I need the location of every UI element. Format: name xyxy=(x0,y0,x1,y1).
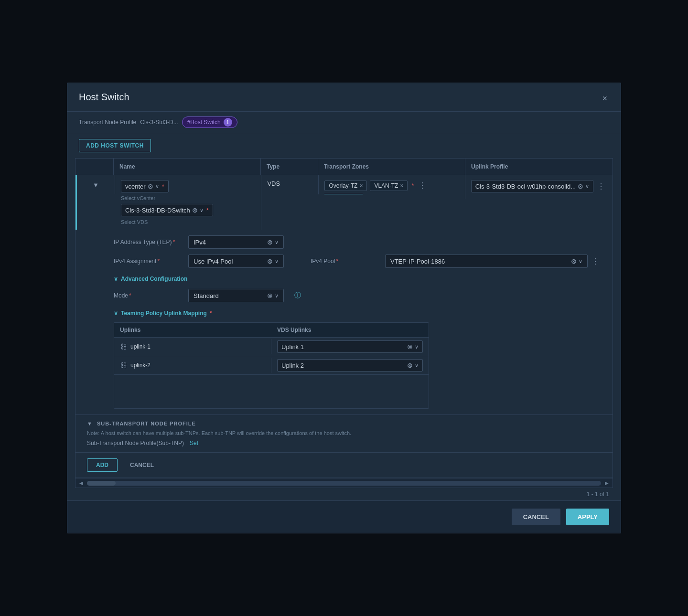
uplink-2-icon: ⛓ xyxy=(120,361,127,369)
uplink-1-clear-icon[interactable]: ⊗ xyxy=(407,343,413,350)
tz-more-icon[interactable]: ⋮ xyxy=(417,180,428,191)
horizontal-scrollbar[interactable] xyxy=(87,481,601,486)
scrollbar-thumb xyxy=(87,481,116,486)
breadcrumb: Transport Node Profile Cls-3-Std3-D... #… xyxy=(67,112,621,133)
toolbar-row: ADD HOST SWITCH xyxy=(67,133,621,158)
host-switch-modal: Host Switch × Transport Node Profile Cls… xyxy=(67,83,621,533)
cancel-button[interactable]: CANCEL xyxy=(123,459,161,471)
ipv4-row: IPv4 Assignment* Use IPv4 Pool ⊗ ∨ IPv4 … xyxy=(114,255,601,268)
uplink-2-vds-cell: Uplink 2 ⊗ ∨ xyxy=(271,356,429,374)
teaming-required: * xyxy=(210,310,212,317)
uplink-profile-field[interactable]: Cls-3-Std3-DB-oci-w01hp-consolid... ⊗ ∨ xyxy=(471,180,593,192)
table-row: ▼ vcenter ⊗ ∨ * xyxy=(75,175,613,478)
vds-required: * xyxy=(206,207,209,214)
uplink-2-vds-select[interactable]: Uplink 2 ⊗ ∨ xyxy=(277,359,423,372)
mode-label: Mode* xyxy=(114,292,181,299)
ip-type-value: IPv4 xyxy=(194,239,265,246)
mode-row: Mode* Standard ⊗ ∨ ⓘ xyxy=(114,289,601,302)
ipv4-pool-container: VTEP-IP-Pool-1886 ⊗ ∨ ⋮ xyxy=(385,255,601,268)
tz-overlay-remove[interactable]: × xyxy=(359,182,363,189)
ip-type-field[interactable]: IPv4 ⊗ ∨ xyxy=(188,235,284,249)
uplink-more-icon[interactable]: ⋮ xyxy=(595,181,607,192)
mode-value: Standard xyxy=(194,292,265,299)
uplinks-header: Uplinks VDS Uplinks xyxy=(114,323,429,338)
advanced-config-toggle[interactable]: ∨ Advanced Configuration xyxy=(114,274,601,284)
modal-footer: CANCEL APPLY xyxy=(67,500,621,533)
type-value: VDS xyxy=(267,176,280,191)
vcenter-clear-icon[interactable]: ⊗ xyxy=(148,182,153,190)
footer-apply-button[interactable]: APPLY xyxy=(566,509,609,525)
close-button[interactable]: × xyxy=(600,92,609,106)
modal-overlay: Host Switch × Transport Node Profile Cls… xyxy=(0,0,688,616)
uplink-clear-icon[interactable]: ⊗ xyxy=(578,182,583,190)
uplink-2-clear-icon[interactable]: ⊗ xyxy=(407,361,413,369)
table-header: Name Type Transport Zones Uplink Profile xyxy=(75,159,613,175)
vds-uplinks-col-header: VDS Uplinks xyxy=(271,323,429,337)
ip-type-clear-icon[interactable]: ⊗ xyxy=(267,238,273,246)
action-bar: ADD CANCEL xyxy=(75,452,613,478)
tz-underline xyxy=(324,194,363,194)
transport-zones-cell: Overlay-TZ × VLAN-TZ × * ⋮ xyxy=(319,175,465,199)
vds-clear-icon[interactable]: ⊗ xyxy=(192,206,198,214)
add-host-switch-button[interactable]: ADD HOST SWITCH xyxy=(79,139,151,152)
vds-chevron-icon[interactable]: ∨ xyxy=(200,207,204,213)
modal-title: Host Switch xyxy=(79,92,129,103)
ip-type-label: IP Address Type (TEP)* xyxy=(114,239,181,245)
tz-vlan-remove[interactable]: × xyxy=(400,182,403,189)
vds-field[interactable]: Cls-3-Std3-DB-DSwitch ⊗ ∨ * xyxy=(121,204,213,216)
advanced-config-label: Advanced Configuration xyxy=(121,276,187,282)
footer-cancel-button[interactable]: CANCEL xyxy=(512,509,560,525)
uplink-1-vds-value: Uplink 1 xyxy=(281,343,304,350)
ipv4-assign-clear-icon[interactable]: ⊗ xyxy=(267,257,273,265)
ipv4-pool-label: IPv4 Pool* xyxy=(311,258,377,265)
col-uplink-profile: Uplink Profile xyxy=(465,159,613,175)
tz-tag-vlan: VLAN-TZ × xyxy=(370,181,408,191)
badge-count: 1 xyxy=(224,118,232,127)
expanded-form: IP Address Type (TEP)* IPv4 ⊗ ∨ IPv4 xyxy=(75,230,613,409)
ipv4-pool-clear-icon[interactable]: ⊗ xyxy=(571,257,577,265)
teaming-label: Teaming Policy Uplink Mapping xyxy=(121,310,207,317)
uplink-1-chevron-icon[interactable]: ∨ xyxy=(415,344,419,350)
tz-required: * xyxy=(411,182,414,189)
host-switch-badge: #Host Switch 1 xyxy=(182,117,237,128)
uplink-chevron-icon[interactable]: ∨ xyxy=(585,183,589,190)
uplink-1-icon: ⛓ xyxy=(120,343,127,350)
ipv4-pool-field[interactable]: VTEP-IP-Pool-1886 ⊗ ∨ xyxy=(385,255,588,268)
ipv4-pool-chevron-icon[interactable]: ∨ xyxy=(579,258,582,265)
uplink-2-chevron-icon[interactable]: ∨ xyxy=(415,362,419,369)
ipv4-assign-chevron-icon[interactable]: ∨ xyxy=(275,258,279,265)
sub-transport-collapse-icon[interactable]: ▼ xyxy=(87,421,92,426)
mode-field[interactable]: Standard ⊗ ∨ xyxy=(188,289,284,302)
uplink-2-name-cell: ⛓ uplink-2 xyxy=(114,358,271,373)
add-button[interactable]: ADD xyxy=(87,458,118,472)
col-empty xyxy=(75,159,114,175)
breadcrumb-value: Cls-3-Std3-D... xyxy=(140,119,178,126)
ipv4-pool-more-icon[interactable]: ⋮ xyxy=(590,256,601,267)
vcenter-chevron-icon[interactable]: ∨ xyxy=(155,183,159,190)
table-body: ▼ vcenter ⊗ ∨ * xyxy=(75,175,613,478)
scroll-left-icon[interactable]: ◀ xyxy=(79,480,83,486)
uplink-1-vds-select[interactable]: Uplink 1 ⊗ ∨ xyxy=(277,340,423,353)
ip-type-chevron-icon[interactable]: ∨ xyxy=(275,239,279,245)
tz-overlay-label: Overlay-TZ xyxy=(329,182,357,189)
vcenter-hint: Select vCenter xyxy=(121,195,255,201)
vcenter-field[interactable]: vcenter ⊗ ∨ * xyxy=(121,180,169,192)
row-main: ▼ vcenter ⊗ ∨ * xyxy=(75,175,613,230)
tz-vlan-label: VLAN-TZ xyxy=(374,182,398,189)
row-expand-cell[interactable]: ▼ xyxy=(77,175,115,194)
teaming-toggle[interactable]: ∨ Teaming Policy Uplink Mapping * xyxy=(114,308,601,319)
scroll-right-icon[interactable]: ▶ xyxy=(605,480,609,486)
ipv4-assign-field[interactable]: Use IPv4 Pool ⊗ ∨ xyxy=(188,255,284,268)
badge-text: #Host Switch xyxy=(187,119,221,126)
uplink-row-1: ⛓ uplink-1 Uplink 1 ⊗ ∨ xyxy=(114,338,429,356)
mode-info-icon[interactable]: ⓘ xyxy=(294,291,301,300)
sub-transport-note: Note: A host switch can have multiple su… xyxy=(87,430,601,436)
uplink-cell: Cls-3-Std3-DB-oci-w01hp-consolid... ⊗ ∨ … xyxy=(471,180,607,192)
mode-chevron-icon[interactable]: ∨ xyxy=(275,293,279,299)
pagination-row: 1 - 1 of 1 xyxy=(67,488,621,500)
sub-transport-set-link[interactable]: Set xyxy=(190,440,198,446)
mode-clear-icon[interactable]: ⊗ xyxy=(267,292,273,299)
pagination-text: 1 - 1 of 1 xyxy=(587,491,609,498)
uplinks-table: Uplinks VDS Uplinks ⛓ uplink-1 xyxy=(114,322,429,409)
uplink-2-vds-value: Uplink 2 xyxy=(281,362,304,369)
